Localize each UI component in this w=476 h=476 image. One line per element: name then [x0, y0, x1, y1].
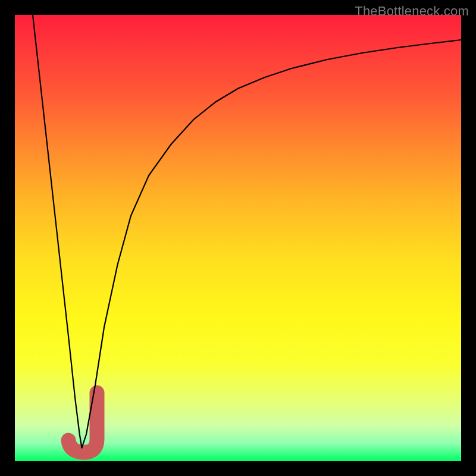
- curve-left: [33, 15, 82, 448]
- curve-right: [82, 40, 462, 448]
- chart-svg: [15, 15, 461, 461]
- watermark-text: TheBottleneck.com: [355, 4, 469, 19]
